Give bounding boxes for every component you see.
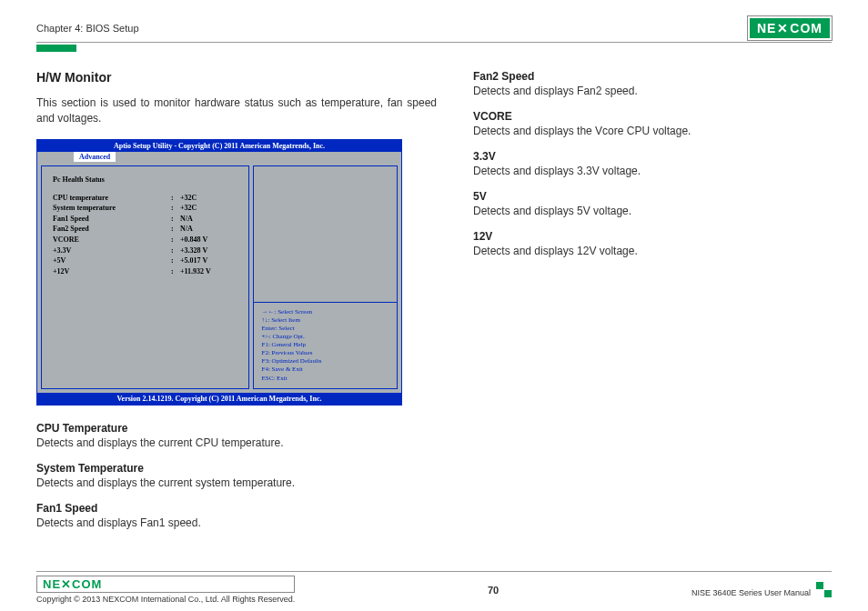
- description-title: VCORE: [473, 110, 832, 123]
- description-block: Fan2 SpeedDetects and displays Fan2 spee…: [473, 70, 832, 97]
- description-text: Detects and displays 12V voltage.: [473, 245, 832, 257]
- bios-row: Fan1 Speed:N/A: [53, 214, 237, 225]
- description-text: Detects and displays the Vcore CPU volta…: [473, 125, 832, 137]
- description-text: Detects and displays 3.3V voltage.: [473, 165, 832, 177]
- corner-squares-icon: [816, 582, 832, 597]
- description-block: 5VDetects and displays 5V voltage.: [473, 190, 832, 217]
- description-text: Detects and displays 5V voltage.: [473, 205, 832, 217]
- nexcom-logo: NE✕COM: [748, 16, 832, 40]
- logo-x-icon: ✕: [777, 21, 789, 35]
- description-text: Detects and displays Fan1 speed.: [36, 516, 437, 529]
- footer-logo: NE✕COM: [36, 576, 295, 593]
- page-footer: NE✕COM Copyright © 2013 NEXCOM Internati…: [36, 571, 832, 611]
- description-title: System Temperature: [36, 462, 437, 475]
- chapter-label: Chapter 4: BIOS Setup: [36, 23, 139, 34]
- bios-help-line: →←: Select Screen: [261, 308, 389, 316]
- bios-help-line: Enter: Select: [261, 325, 389, 333]
- description-title: 12V: [473, 230, 832, 243]
- bios-left-panel: Pc Health Status CPU temperature:+32CSys…: [41, 165, 249, 389]
- bios-row: VCORE:+0.848 V: [53, 235, 237, 245]
- bios-row: Fan2 Speed:N/A: [53, 224, 237, 235]
- bios-help-line: +/-: Change Opt.: [261, 333, 389, 341]
- content-columns: H/W Monitor This section is used to moni…: [36, 70, 832, 571]
- description-block: 3.3VDetects and displays 3.3V voltage.: [473, 150, 832, 177]
- bios-footer-bar: Version 2.14.1219. Copyright (C) 2011 Am…: [37, 393, 401, 405]
- bios-row: +3.3V:+3.328 V: [53, 245, 237, 256]
- description-text: Detects and displays Fan2 speed.: [473, 85, 832, 97]
- description-title: 3.3V: [473, 150, 832, 163]
- description-block: 12VDetects and displays 12V voltage.: [473, 230, 832, 257]
- description-block: Fan1 SpeedDetects and displays Fan1 spee…: [36, 502, 437, 529]
- description-title: Fan2 Speed: [473, 70, 832, 83]
- bios-title-bar: Aptio Setup Utility - Copyright (C) 2011…: [37, 140, 401, 152]
- bios-help-keys: →←: Select Screen↑↓: Select ItemEnter: S…: [254, 302, 397, 388]
- description-block: System TemperatureDetects and displays t…: [36, 462, 437, 489]
- bios-help-line: F2: Previous Values: [261, 349, 389, 357]
- description-block: VCOREDetects and displays the Vcore CPU …: [473, 110, 832, 137]
- bios-row: CPU temperature:+32C: [53, 193, 237, 204]
- description-title: CPU Temperature: [36, 422, 437, 435]
- bios-row: +12V:+11.932 V: [53, 266, 237, 277]
- bios-help-line: F4: Save & Exit: [261, 366, 389, 374]
- description-title: Fan1 Speed: [36, 502, 437, 515]
- page-header: Chapter 4: BIOS Setup NE✕COM: [36, 16, 832, 43]
- bios-row: +5V:+5.017 V: [53, 255, 237, 266]
- bios-status-header: Pc Health Status: [53, 175, 237, 184]
- description-title: 5V: [473, 190, 832, 203]
- bios-help-line: F1: General Help: [261, 341, 389, 349]
- bios-help-line: ESC: Exit: [261, 375, 389, 383]
- section-title: H/W Monitor: [36, 70, 437, 85]
- bios-right-panel: →←: Select Screen↑↓: Select ItemEnter: S…: [253, 165, 398, 389]
- bios-tabs: Advanced: [37, 152, 401, 162]
- bios-help-line: ↑↓: Select Item: [261, 316, 389, 325]
- green-accent-bar: [36, 45, 76, 52]
- bios-help-line: F3: Optimized Defaults: [261, 357, 389, 366]
- section-intro: This section is used to monitor hardware…: [36, 95, 437, 126]
- bios-row: System temperature:+32C: [53, 203, 237, 214]
- page-number: 70: [488, 585, 499, 596]
- description-text: Detects and displays the current CPU tem…: [36, 436, 437, 449]
- footer-manual: NISE 3640E Series User Manual: [691, 588, 811, 597]
- bios-tab-advanced: Advanced: [74, 152, 116, 162]
- logo-x-icon: ✕: [61, 577, 72, 591]
- footer-copyright: Copyright © 2013 NEXCOM International Co…: [36, 595, 295, 604]
- description-text: Detects and displays the current system …: [36, 476, 437, 489]
- bios-screenshot: Aptio Setup Utility - Copyright (C) 2011…: [36, 139, 402, 406]
- description-block: CPU TemperatureDetects and displays the …: [36, 422, 437, 449]
